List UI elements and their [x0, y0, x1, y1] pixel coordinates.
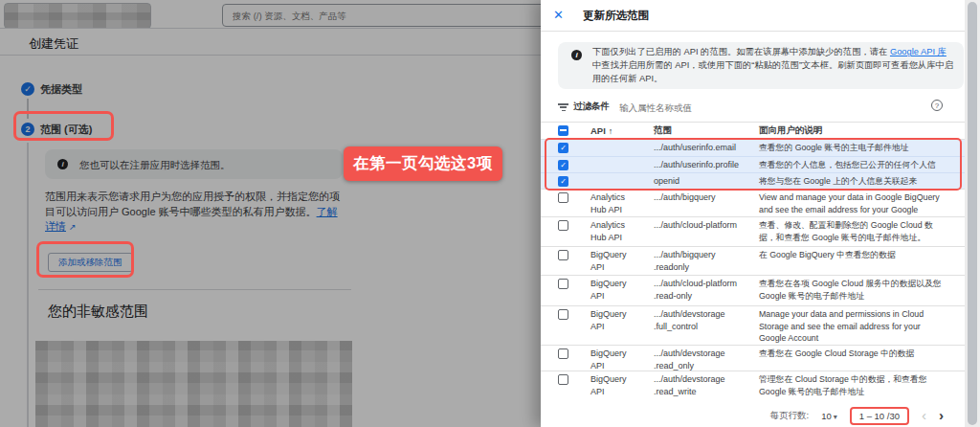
annotation-box-step — [13, 111, 114, 141]
row-checkbox[interactable] — [558, 250, 568, 260]
table-row[interactable]: BigQueryAPI.../auth/bigquery.readonly在 G… — [541, 246, 980, 275]
row-checkbox[interactable] — [558, 192, 568, 203]
scope-value: .../auth/cloud-platform — [654, 217, 759, 246]
google-api-library-link[interactable]: Google API 库 — [890, 47, 947, 56]
table-row[interactable]: BigQueryAPI.../auth/devstorage.read_writ… — [541, 371, 980, 403]
table-row[interactable]: BigQueryAPI.../auth/cloud-platform.read-… — [541, 275, 980, 305]
annotation-box-button — [36, 241, 134, 278]
row-checkbox[interactable] — [558, 348, 568, 359]
panel-title: 更新所选范围 — [583, 9, 649, 23]
select-all-checkbox[interactable] — [558, 125, 568, 136]
panel-divider — [541, 31, 980, 32]
sort-asc-icon: ↑ — [609, 126, 613, 136]
column-header-api[interactable]: API↑ — [590, 125, 654, 136]
table-row[interactable]: AnalyticsHub API.../auth/bigqueryView an… — [541, 189, 980, 216]
scope-value: .../auth/devstorage.read_write — [654, 371, 759, 403]
prev-page-icon[interactable]: ‹ — [922, 409, 926, 422]
panel-info-text: 下面仅列出了已启用的 API 的范围。如需在该屏幕中添加缺少的范围，请在 Goo… — [592, 46, 954, 85]
scrollbar-track — [965, 0, 980, 427]
column-header-scope: 范围 — [654, 124, 759, 137]
modal-scrim[interactable] — [0, 0, 541, 427]
table-row[interactable]: BigQueryAPI.../auth/devstorage.full_cont… — [541, 305, 980, 345]
scope-description: 管理您在 Cloud Storage 中的数据，和查看您 Google 账号的电… — [759, 371, 947, 403]
scope-value: .../auth/bigquery — [654, 190, 759, 216]
scope-value: .../auth/bigquery.readonly — [654, 247, 759, 275]
dropdown-caret-icon: ▾ — [834, 413, 837, 421]
row-checkbox[interactable] — [558, 279, 568, 289]
filter-input[interactable] — [617, 99, 832, 116]
table-row[interactable]: AnalyticsHub API.../auth/cloud-platform查… — [541, 216, 980, 246]
update-scopes-panel: ✕ 更新所选范围 i 下面仅列出了已启用的 API 的范围。如需在该屏幕中添加缺… — [541, 0, 980, 427]
table-footer: 每页行数: 10▾ 1 – 10 /30 ‹ › — [541, 404, 970, 427]
scope-value: .../auth/cloud-platform.read-only — [654, 276, 759, 305]
annotation-box-rows — [545, 138, 962, 191]
api-name: BigQueryAPI — [590, 371, 654, 403]
api-name: BigQueryAPI — [590, 247, 654, 275]
scope-description: 查看、修改、配置和删除您的 Google Cloud 数据，和查看您 Googl… — [759, 217, 947, 246]
row-checkbox[interactable] — [558, 374, 568, 385]
page-range-annotated: 1 – 10 /30 — [850, 407, 909, 425]
scope-description: 查看您在 Google Cloud Storage 中的数据 — [759, 346, 947, 371]
screen: 创建凭证 ✓ 凭据类型 2 范围 (可选) i 您也可以在注册应用时选择范围。 … — [0, 0, 980, 427]
rows-per-page-label: 每页行数: — [770, 410, 810, 422]
api-name: AnalyticsHub API — [590, 190, 654, 216]
table-row[interactable]: BigQueryAPI.../auth/devstorage.read_only… — [541, 345, 980, 371]
scope-value: .../auth/devstorage.read_only — [654, 346, 759, 371]
filter-icon — [558, 103, 568, 112]
help-icon[interactable]: ? — [931, 100, 943, 111]
scope-description: View and manage your data in Google BigQ… — [759, 190, 947, 216]
scope-description: Manage your data and permissions in Clou… — [759, 306, 947, 345]
api-name: BigQueryAPI — [590, 346, 654, 371]
scope-description: 查看您在各项 Google Cloud 服务中的数据以及您 Google 账号的… — [759, 276, 947, 305]
scrollbar-thumb[interactable] — [968, 2, 977, 425]
info-icon: i — [571, 50, 582, 60]
filter-label: 过滤条件 — [573, 101, 610, 113]
filter-bar: 过滤条件 ? — [558, 99, 964, 118]
rows-per-page-select[interactable]: 10▾ — [821, 411, 837, 421]
scope-value: .../auth/devstorage.full_control — [654, 306, 759, 345]
scope-description: 在 Google BigQuery 中查看您的数据 — [759, 247, 947, 275]
annotation-callout: 在第一页勾选这3项 — [344, 146, 502, 181]
api-name: BigQueryAPI — [590, 306, 654, 345]
api-name: AnalyticsHub API — [590, 217, 654, 246]
api-name: BigQueryAPI — [590, 276, 654, 305]
row-checkbox[interactable] — [558, 220, 568, 231]
close-icon[interactable]: ✕ — [553, 8, 564, 22]
panel-info-banner: i 下面仅列出了已启用的 API 的范围。如需在该屏幕中添加缺少的范围，请在 G… — [558, 42, 964, 89]
row-checkbox[interactable] — [558, 309, 568, 320]
column-header-description: 面向用户的说明 — [759, 124, 947, 137]
next-page-icon[interactable]: › — [939, 409, 944, 422]
